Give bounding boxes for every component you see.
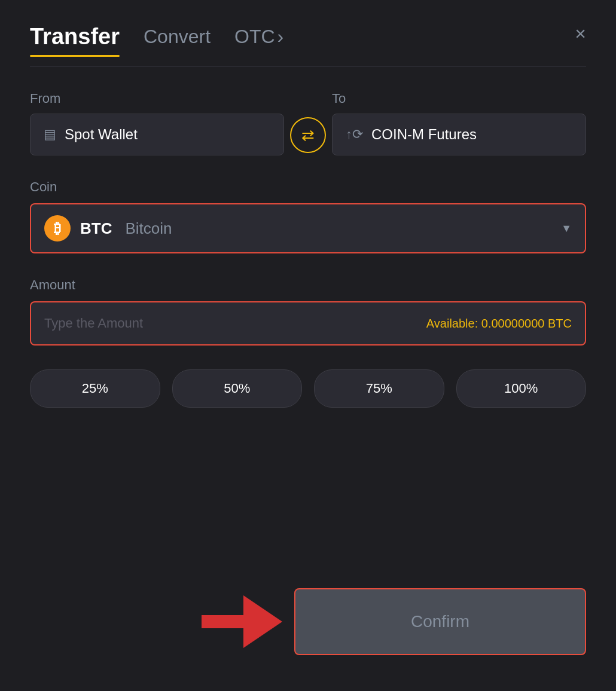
pct-50-button[interactable]: 50% (172, 369, 303, 408)
amount-label: Amount (30, 277, 586, 293)
coin-full-name: Bitcoin (125, 219, 172, 238)
coin-symbol: BTC (80, 219, 112, 238)
from-label: From (30, 91, 284, 106)
coin-section: Coin ₿ BTC Bitcoin ▼ (30, 179, 586, 253)
arrow-body (202, 615, 243, 628)
pct-75-button[interactable]: 75% (314, 369, 444, 408)
btc-icon: ₿ (44, 215, 71, 241)
header: Transfer Convert OTC › × (30, 24, 586, 57)
header-tabs: Transfer Convert OTC › (30, 24, 283, 57)
amount-available: Available: 0.00000000 BTC (426, 317, 572, 331)
arrow-tip (243, 595, 282, 648)
pct-100-button[interactable]: 100% (456, 369, 587, 408)
otc-chevron-icon: › (277, 26, 284, 48)
coin-selector[interactable]: ₿ BTC Bitcoin ▼ (30, 203, 586, 253)
coin-label: Coin (30, 179, 586, 195)
amount-placeholder: Type the Amount (44, 316, 143, 331)
amount-input-box[interactable]: Type the Amount Available: 0.00000000 BT… (30, 301, 586, 346)
available-value: 0.00000000 BTC (481, 317, 572, 330)
modal-container: Transfer Convert OTC › × From ▤ Spot Wal… (0, 0, 616, 691)
to-label: To (332, 91, 586, 106)
close-button[interactable]: × (575, 24, 586, 43)
swap-icon: ⇄ (301, 126, 315, 145)
arrow-wrapper (202, 595, 282, 648)
from-wallet-name: Spot Wallet (65, 126, 138, 143)
tab-transfer[interactable]: Transfer (30, 24, 120, 57)
confirm-button[interactable]: Confirm (294, 588, 586, 655)
coin-chevron-icon: ▼ (561, 222, 572, 235)
from-to-section: From ▤ Spot Wallet ⇄ To ↑⟳ COIN-M Future… (30, 91, 586, 155)
to-box: To ↑⟳ COIN-M Futures (332, 91, 586, 155)
pct-25-button[interactable]: 25% (30, 369, 160, 408)
swap-button[interactable]: ⇄ (290, 117, 326, 153)
pct-buttons: 25% 50% 75% 100% (30, 369, 586, 408)
swap-btn-container: ⇄ (284, 117, 332, 155)
from-wallet-selector[interactable]: ▤ Spot Wallet (30, 114, 284, 155)
wallet-icon: ▤ (44, 127, 56, 142)
amount-section: Amount Type the Amount Available: 0.0000… (30, 277, 586, 346)
to-futures-name: COIN-M Futures (371, 126, 477, 143)
tab-otc[interactable]: OTC › (234, 26, 283, 55)
to-futures-selector[interactable]: ↑⟳ COIN-M Futures (332, 114, 586, 155)
bottom-section: Confirm (30, 588, 586, 655)
tab-convert[interactable]: Convert (144, 26, 211, 55)
from-box: From ▤ Spot Wallet (30, 91, 284, 155)
header-divider (30, 66, 586, 67)
futures-icon: ↑⟳ (346, 127, 363, 142)
